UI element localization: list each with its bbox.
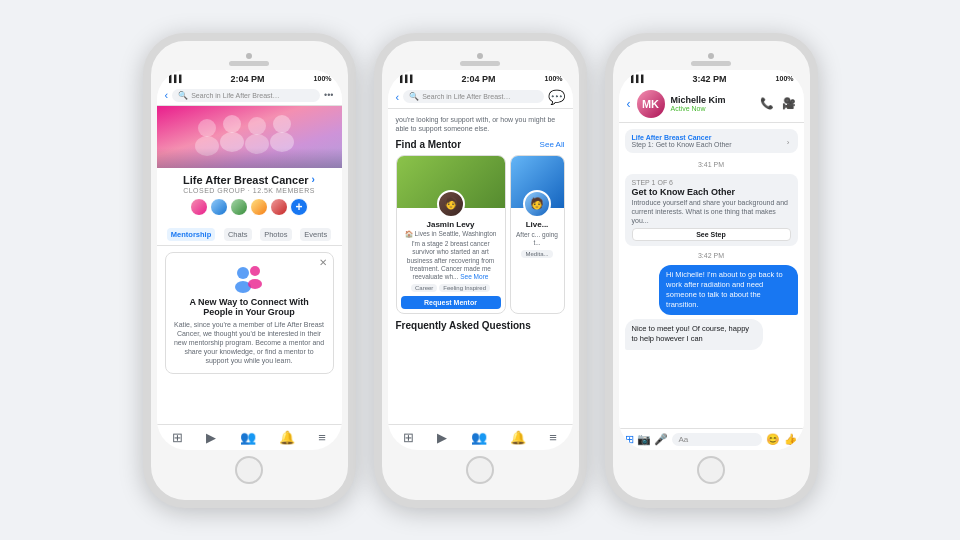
message-input[interactable]: Aa [672,433,762,446]
like-icon[interactable]: 👍 [784,433,798,446]
home-icon: 🏠 [405,230,413,238]
nav-menu-icon[interactable]: ≡ [318,430,326,445]
add-member-button[interactable]: + [290,198,308,216]
phone-1-bottom-nav: ⊞ ▶ 👥 🔔 ≡ [157,424,342,450]
phone-call-icon[interactable]: 📞 [760,97,774,110]
mic-icon[interactable]: 🎤 [654,433,668,446]
group-card-chevron[interactable]: › [787,138,790,147]
phone-3-speaker [691,61,731,66]
see-more-link[interactable]: See More [460,273,488,280]
contact-status: Active Now [671,105,754,112]
timestamp-1: 3:41 PM [625,161,798,168]
promo-body: Katie, since you're a member of Life Aft… [174,320,325,365]
nav-video-icon-2[interactable]: ▶ [437,430,447,445]
contact-avatar: MK [637,90,665,118]
nav-notifications-icon-2[interactable]: 🔔 [510,430,526,445]
camera-icon[interactable]: 📷 [637,433,651,446]
step-description: Introduce yourself and share your backgr… [632,198,791,225]
search-icon: 🔍 [178,91,188,100]
nav-video-icon[interactable]: ▶ [206,430,216,445]
phone-1-group-name: Life After Breast Cancer › [165,174,334,186]
phone-2-content: you're looking for support with, or how … [388,109,573,424]
svg-point-3 [223,115,241,133]
phone-1-promo-card: ✕ A New Way to Connect With People in Yo… [165,252,334,374]
phone-1-frame: ▐▐▐ 2:04 PM 100% ‹ 🔍 Search in Life Afte… [157,70,342,450]
phone-1-cover-photo [157,106,342,168]
mentor-1-location: 🏠 Lives in Seattle, Washington [401,230,501,238]
apps-icon[interactable]: ⊞ [625,433,634,446]
mentor-1-name: Jasmin Levy [401,220,501,229]
phone-2-search-placeholder: Search in Life After Breast Cancer [422,93,512,100]
phone-1-search-placeholder: Search in Life After Breast Cancer [191,92,281,99]
nav-menu-icon-2[interactable]: ≡ [549,430,557,445]
phone-1-home-button[interactable] [235,456,263,484]
phone-1-group-info: Life After Breast Cancer › CLOSED GROUP … [157,168,342,224]
phone-3-frame: ▐▐▐ 3:42 PM 100% ‹ MK Michelle Kim Activ… [619,70,804,450]
phone-2-find-mentor-header: Find a Mentor See All [396,139,565,150]
phone-1-tabs: Mentorship Chats Photos Events [157,224,342,246]
phone-2-search-bar[interactable]: 🔍 Search in Life After Breast Cancer [403,90,543,103]
group-card-step: Step 1: Get to Know Each Other [632,141,791,148]
promo-title: A New Way to Connect With People in Your… [174,297,325,317]
nav-home-icon-2[interactable]: ⊞ [403,430,414,445]
member-avatar-4 [250,198,268,216]
phone-1-back-button[interactable]: ‹ [165,89,169,101]
nav-groups-icon-2[interactable]: 👥 [471,430,487,445]
see-step-button[interactable]: See Step [632,228,791,241]
svg-point-7 [273,115,291,133]
mentor-1-avatar: 🧑 [437,190,465,218]
tab-chats[interactable]: Chats [224,228,252,241]
group-chevron[interactable]: › [312,174,315,185]
phone-1-search-bar[interactable]: 🔍 Search in Life After Breast Cancer [172,89,320,102]
timestamp-2: 3:42 PM [625,252,798,259]
nav-home-icon[interactable]: ⊞ [172,430,183,445]
mentor-1-desc: I'm a stage 2 breast cancer survivor who… [401,240,501,282]
phones-container: ▐▐▐ 2:04 PM 100% ‹ 🔍 Search in Life Afte… [123,13,838,528]
phone-2-camera [477,53,483,59]
contact-info: Michelle Kim Active Now [671,95,754,112]
member-avatar-1 [190,198,208,216]
phone-3-chat-area: Life After Breast Cancer Step 1: Get to … [619,123,804,428]
phone-1: ▐▐▐ 2:04 PM 100% ‹ 🔍 Search in Life Afte… [143,33,356,508]
mentor-2-name: Live... [515,220,560,229]
tag-medita: Medita... [521,250,552,258]
tab-events[interactable]: Events [300,228,331,241]
see-all-button[interactable]: See All [540,140,565,149]
phone-2-header: ‹ 🔍 Search in Life After Breast Cancer 💬 [388,86,573,109]
mentor-card-1: 🧑 Jasmin Levy 🏠 Lives in Seattle, Washin… [396,155,506,314]
member-avatar-3 [230,198,248,216]
tab-photos[interactable]: Photos [260,228,291,241]
outgoing-message-wrap: Hi Michelle! I'm about to go back to wor… [625,265,798,316]
mentor-2-photo-wrap: 🧑 [511,156,564,208]
step-title: Get to Know Each Other [632,187,791,197]
phone-2-home-button[interactable] [466,456,494,484]
nav-notifications-icon[interactable]: 🔔 [279,430,295,445]
mentor-card-2: 🧑 Live... After c... going t... Medita..… [510,155,565,314]
phone-2-back-button[interactable]: ‹ [396,91,400,103]
member-avatar-2 [210,198,228,216]
promo-close-button[interactable]: ✕ [319,257,327,268]
more-icon[interactable]: ••• [324,90,333,100]
phone-1-header: ‹ 🔍 Search in Life After Breast Cancer •… [157,86,342,106]
phone-1-camera [246,53,252,59]
video-call-icon[interactable]: 🎥 [782,97,796,110]
phone-2-frame: ▐▐▐ 2:04 PM 100% ‹ 🔍 Search in Life Afte… [388,70,573,450]
emoji-icon[interactable]: 😊 [766,433,780,446]
svg-point-12 [248,279,262,289]
mentor-2-tags: Medita... [515,250,560,258]
phone-3-battery: 100% [776,75,794,82]
phone-3-header: ‹ MK Michelle Kim Active Now 📞 🎥 [619,86,804,123]
tab-mentorship[interactable]: Mentorship [167,228,215,241]
phone-3-back-button[interactable]: ‹ [627,97,631,111]
svg-point-5 [248,117,266,135]
phone-3-home-button[interactable] [697,456,725,484]
phone-3-status-bar: ▐▐▐ 3:42 PM 100% [619,70,804,86]
phone-3: ▐▐▐ 3:42 PM 100% ‹ MK Michelle Kim Activ… [605,33,818,508]
svg-point-1 [198,119,216,137]
promo-icon [231,261,267,297]
mentor-2-desc: After c... going t... [515,231,560,248]
request-mentor-button[interactable]: Request Mentor [401,296,501,309]
messenger-icon[interactable]: 💬 [548,89,565,105]
chat-header-icons: 📞 🎥 [760,97,796,110]
nav-groups-icon[interactable]: 👥 [240,430,256,445]
